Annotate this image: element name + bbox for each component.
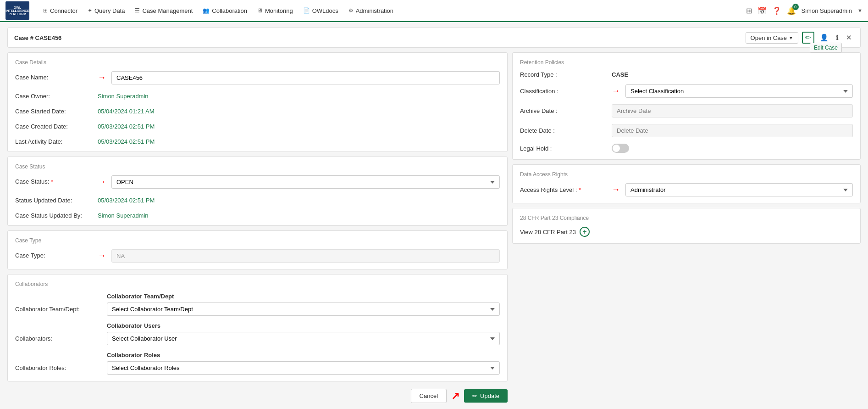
case-header-bar: Case # CASE456 Open in Case ▼ ✏ 👤 ℹ ✕ Ed… [7, 28, 861, 48]
collaborator-roles-right: Collaborator Roles Select Collaborator R… [107, 352, 500, 375]
case-status-label: Case Status: * [15, 175, 98, 185]
nav-item-monitoring[interactable]: 🖥 Monitoring [253, 5, 298, 17]
case-status-row: Case Status: * → OPEN CLOSED PENDING [15, 175, 500, 189]
case-owner-value: Simon Superadmin [98, 90, 500, 100]
edit-case-button[interactable]: ✏ [802, 32, 814, 44]
owldocs-icon: 📄 [303, 7, 310, 14]
classification-row: Classification : → Select Classification [520, 84, 853, 98]
toggle-knob [613, 145, 620, 152]
collaborators-label: Collaborators: [15, 322, 107, 342]
delete-date-control [612, 124, 853, 137]
case-type-row: Case Type: → [15, 249, 500, 263]
case-management-icon: ☰ [135, 7, 140, 14]
status-updated-by-label: Case Status Updated By: [15, 209, 98, 219]
collaborator-user-select[interactable]: Select Collaborator User [107, 332, 500, 345]
nav-item-owldocs[interactable]: 📄 OWLdocs [299, 5, 343, 17]
help-icon[interactable]: ❓ [772, 6, 781, 15]
case-name-label: Case Name: [15, 71, 98, 81]
classification-select[interactable]: Select Classification [625, 84, 853, 98]
status-updated-label: Status Updated Date: [15, 194, 98, 204]
team-dept-row: Collaborator Team/Dept: Collaborator Tea… [15, 293, 500, 316]
delete-date-input[interactable] [612, 124, 853, 137]
status-updated-row: Status Updated Date: 05/03/2024 02:51 PM [15, 194, 500, 204]
user-chevron-icon[interactable]: ▼ [857, 8, 862, 13]
classification-arrow: → [612, 86, 620, 96]
update-button[interactable]: ✏ Update [464, 389, 508, 403]
update-icon: ✏ [472, 392, 477, 399]
record-type-value: CASE [612, 71, 628, 78]
connector-icon: ⊞ [43, 7, 48, 14]
access-level-label: Access Rights Level : * [520, 186, 612, 193]
case-header-right: Open in Case ▼ ✏ 👤 ℹ ✕ [746, 32, 854, 44]
archive-date-input[interactable] [612, 104, 853, 118]
action-buttons-row: Cancel ↗ ✏ Update [7, 389, 508, 403]
cancel-button[interactable]: Cancel [411, 389, 447, 403]
nav-items: ⊞ Connector ✦ Query Data ☰ Case Manageme… [39, 5, 746, 17]
cfr-add-button[interactable]: + [580, 227, 590, 237]
right-column: Retention Policies Record Type : CASE Cl… [512, 52, 861, 403]
collaborator-roles-sub-title: Collaborator Roles [107, 352, 500, 359]
team-dept-select[interactable]: Select Collaborator Team/Dept [107, 303, 500, 316]
case-name-row: Case Name: → [15, 71, 500, 84]
legal-hold-toggle-wrapper [612, 144, 853, 153]
data-access-panel: Data Access Rights Access Rights Level :… [512, 164, 861, 203]
nav-item-query-data[interactable]: ✦ Query Data [83, 5, 129, 17]
case-status-title: Case Status [15, 163, 500, 170]
legal-hold-toggle[interactable] [612, 144, 629, 153]
access-level-control: → Administrator Read Only Full Access [612, 183, 853, 196]
delete-date-label: Delete Date : [520, 127, 612, 134]
info-button[interactable]: ℹ [834, 33, 840, 43]
case-status-arrow: → [98, 177, 106, 187]
main-content: Case # CASE456 Open in Case ▼ ✏ 👤 ℹ ✕ Ed… [0, 22, 868, 409]
case-started-value: 05/04/2024 01:21 AM [98, 105, 500, 115]
access-level-select[interactable]: Administrator Read Only Full Access [625, 183, 853, 196]
case-status-select[interactable]: OPEN CLOSED PENDING [111, 175, 500, 189]
user-name-label[interactable]: Simon Superadmin [802, 7, 852, 14]
status-updated-by-value: Simon Superadmin [98, 209, 500, 219]
collaborators-panel: Collaborators Collaborator Team/Dept: Co… [7, 274, 508, 381]
calendar-icon[interactable]: 📅 [757, 6, 767, 15]
nav-item-connector[interactable]: ⊞ Connector [39, 5, 82, 17]
delete-date-row: Delete Date : [520, 124, 853, 137]
case-type-title: Case Type [15, 237, 500, 244]
retention-policies-title: Retention Policies [520, 59, 853, 66]
last-activity-value: 05/03/2024 02:51 PM [98, 135, 500, 145]
case-type-arrow: → [98, 251, 106, 261]
case-type-panel: Case Type Case Type: → [7, 230, 508, 269]
case-number: Case # CASE456 [14, 34, 61, 41]
nav-query-data-label: Query Data [94, 7, 125, 14]
update-arrow: ↗ [451, 390, 459, 402]
nav-item-administration[interactable]: ⚙ Administration [344, 5, 398, 17]
access-level-row: Access Rights Level : * → Administrator … [520, 183, 853, 196]
case-name-arrow: → [98, 73, 106, 83]
nav-collaboration-label: Collaboration [212, 7, 247, 14]
open-in-case-button[interactable]: Open in Case ▼ [746, 32, 798, 44]
classification-label: Classification : [520, 88, 612, 95]
notification-badge: 0 [792, 4, 799, 10]
nav-item-case-management[interactable]: ☰ Case Management [130, 5, 197, 17]
last-activity-row: Last Activity Date: 05/03/2024 02:51 PM [15, 135, 500, 145]
case-name-input[interactable] [111, 71, 500, 84]
nav-administration-label: Administration [356, 7, 393, 14]
case-created-label: Case Created Date: [15, 120, 98, 130]
administration-icon: ⚙ [348, 7, 354, 14]
logo[interactable]: OWL INTELLIGENCE PLATFORM [6, 1, 29, 20]
close-button[interactable]: ✕ [844, 33, 854, 43]
team-dept-right: Collaborator Team/Dept Select Collaborat… [107, 293, 500, 316]
share-button[interactable]: 👤 [818, 33, 830, 43]
collaborator-roles-select[interactable]: Select Collaborator Roles [107, 361, 500, 375]
case-status-panel: Case Status Case Status: * → OPEN CLOSED… [7, 157, 508, 226]
case-started-label: Case Started Date: [15, 105, 98, 115]
query-data-icon: ✦ [88, 7, 92, 14]
notification-wrapper[interactable]: 🔔 0 [787, 6, 796, 15]
nav-monitoring-label: Monitoring [265, 7, 293, 14]
access-level-arrow: → [612, 185, 620, 195]
team-dept-label: Collaborator Team/Dept: [15, 293, 107, 313]
collaborator-roles-row: Collaborator Roles: Collaborator Roles S… [15, 352, 500, 375]
archive-date-label: Archive Date : [520, 107, 612, 114]
nav-item-collaboration[interactable]: 👥 Collaboration [198, 5, 252, 17]
collaborator-users-sub-title: Collaborator Users [107, 322, 500, 329]
legal-hold-control [612, 144, 853, 153]
case-details-title: Case Details [15, 59, 500, 66]
grid-icon[interactable]: ⊞ [746, 6, 752, 15]
